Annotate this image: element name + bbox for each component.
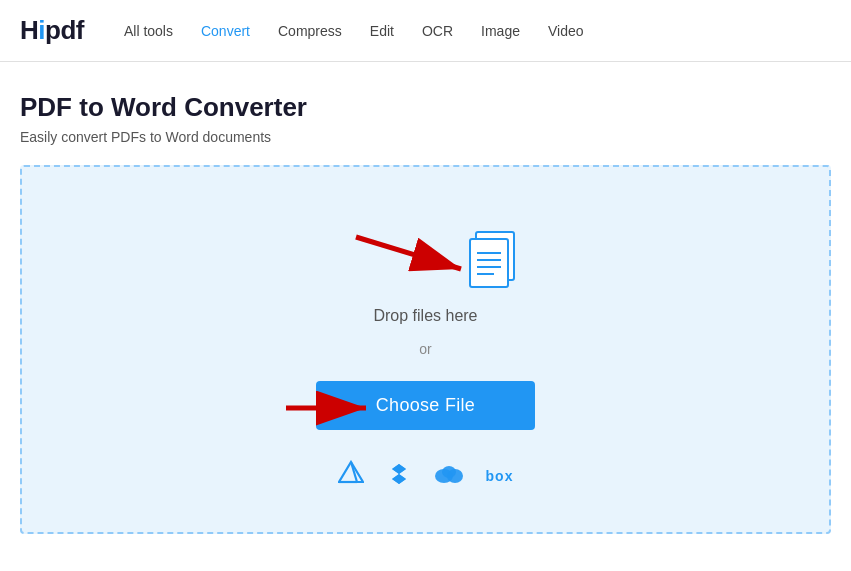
svg-marker-15 xyxy=(392,474,406,484)
dropbox-icon[interactable] xyxy=(386,460,412,492)
svg-line-1 xyxy=(356,237,461,269)
logo: Hipdf xyxy=(20,15,84,46)
page-subtitle: Easily convert PDFs to Word documents xyxy=(20,129,831,145)
drop-zone[interactable]: Drop files here or Choose File xyxy=(20,165,831,534)
box-icon[interactable]: box xyxy=(486,468,514,484)
page-title: PDF to Word Converter xyxy=(20,92,831,123)
main-content: PDF to Word Converter Easily convert PDF… xyxy=(0,62,851,554)
svg-rect-3 xyxy=(470,239,508,287)
drop-text: Drop files here xyxy=(373,307,477,325)
nav-compress[interactable]: Compress xyxy=(278,23,342,39)
nav-all-tools[interactable]: All tools xyxy=(124,23,173,39)
svg-point-18 xyxy=(442,466,456,478)
svg-marker-14 xyxy=(392,464,406,474)
google-drive-icon[interactable] xyxy=(338,460,364,492)
nav-ocr[interactable]: OCR xyxy=(422,23,453,39)
nav-convert[interactable]: Convert xyxy=(201,23,250,39)
nav-video[interactable]: Video xyxy=(548,23,584,39)
header: Hipdf All tools Convert Compress Edit OC… xyxy=(0,0,851,62)
nav-edit[interactable]: Edit xyxy=(370,23,394,39)
navigation: All tools Convert Compress Edit OCR Imag… xyxy=(124,23,584,39)
or-text: or xyxy=(419,341,431,357)
drop-area: Drop files here or Choose File xyxy=(276,207,576,492)
arrow-to-button xyxy=(276,381,576,436)
onedrive-icon[interactable] xyxy=(434,462,464,490)
nav-image[interactable]: Image xyxy=(481,23,520,39)
cloud-icons-row: box xyxy=(338,460,514,492)
logo-dot: i xyxy=(38,15,45,45)
file-icon xyxy=(466,227,526,297)
